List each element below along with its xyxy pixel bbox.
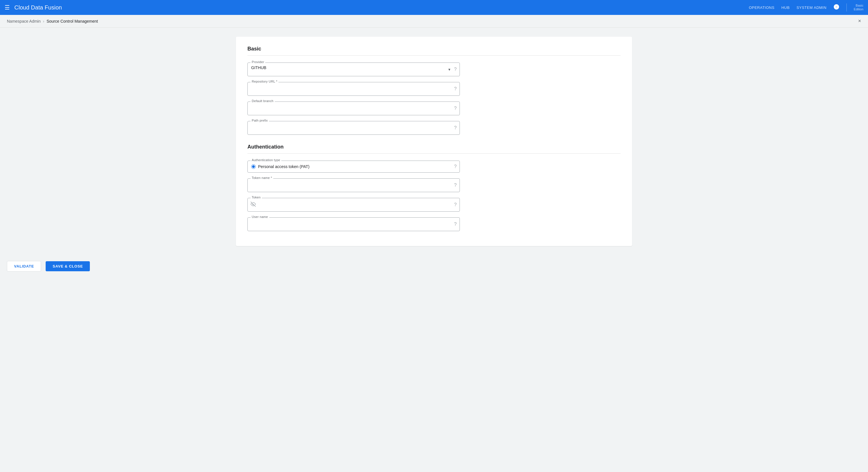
- repo-url-row: Repository URL * ?: [247, 82, 621, 96]
- token-name-help-icon[interactable]: ?: [454, 183, 457, 188]
- breadcrumb: Namespace Admin › Source Control Managem…: [7, 19, 98, 24]
- eye-slash-icon[interactable]: [251, 202, 256, 208]
- provider-select[interactable]: GITHUB GITLAB BITBUCKET: [251, 65, 448, 70]
- auth-type-row: Authentication type Personal access toke…: [247, 161, 621, 173]
- menu-icon[interactable]: ☰: [5, 4, 10, 11]
- repo-url-input[interactable]: [251, 85, 448, 90]
- basic-section-title: Basic: [247, 46, 621, 52]
- nav-divider: [846, 3, 847, 11]
- app-title: Cloud Data Fusion: [14, 4, 749, 11]
- basic-divider: [247, 55, 621, 56]
- topnav-right: OPERATIONS HUB SYSTEM ADMIN Basic Editio…: [749, 3, 863, 11]
- top-navigation: ☰ Cloud Data Fusion OPERATIONS HUB SYSTE…: [0, 0, 868, 15]
- dropdown-icon: ▾: [448, 67, 451, 72]
- provider-help-icon[interactable]: ?: [454, 67, 457, 72]
- pat-label[interactable]: Personal access token (PAT): [258, 164, 309, 169]
- user-name-help-icon[interactable]: ?: [454, 222, 457, 227]
- bottom-actions: VALIDATE SAVE & CLOSE: [0, 255, 868, 277]
- repo-url-help-icon[interactable]: ?: [454, 86, 457, 92]
- provider-row: Provider GITHUB GITLAB BITBUCKET ▾ ?: [247, 63, 621, 76]
- provider-field: Provider GITHUB GITLAB BITBUCKET ▾ ?: [247, 63, 460, 76]
- auth-section-title: Authentication: [247, 144, 621, 150]
- path-prefix-help-icon[interactable]: ?: [454, 125, 457, 131]
- path-prefix-label: Path prefix: [251, 119, 269, 122]
- default-branch-label: Default branch: [251, 99, 275, 103]
- auth-type-field: Authentication type Personal access toke…: [247, 161, 460, 173]
- breadcrumb-separator: ›: [43, 19, 44, 24]
- breadcrumb-parent[interactable]: Namespace Admin: [7, 19, 41, 24]
- auth-type-label: Authentication type: [251, 158, 281, 162]
- user-name-row: User name ?: [247, 217, 621, 231]
- authentication-section: Authentication Authentication type Perso…: [247, 144, 621, 231]
- close-icon[interactable]: ×: [858, 18, 861, 24]
- user-name-field: User name ?: [247, 217, 460, 231]
- settings-icon[interactable]: [833, 4, 840, 11]
- token-name-input[interactable]: [251, 181, 448, 186]
- path-prefix-field: Path prefix ?: [247, 121, 460, 135]
- auth-type-radio-row: Personal access token (PAT): [251, 164, 448, 169]
- default-branch-input[interactable]: [251, 104, 448, 109]
- user-name-input[interactable]: [251, 220, 448, 225]
- token-name-row: Token name * ?: [247, 178, 621, 192]
- default-branch-field: Default branch ?: [247, 102, 460, 115]
- token-name-label: Token name *: [251, 176, 273, 179]
- save-close-button[interactable]: SAVE & CLOSE: [45, 261, 90, 271]
- main-content: Basic Provider GITHUB GITLAB BITBUCKET ▾…: [0, 28, 868, 255]
- repo-url-label: Repository URL *: [251, 80, 278, 83]
- token-row: Token ?: [247, 198, 621, 212]
- breadcrumb-current: Source Control Management: [46, 19, 98, 24]
- token-input[interactable]: [258, 201, 448, 205]
- edition-label: Basic Edition: [854, 4, 863, 11]
- form-card: Basic Provider GITHUB GITLAB BITBUCKET ▾…: [236, 37, 632, 246]
- default-branch-help-icon[interactable]: ?: [454, 106, 457, 111]
- repo-url-field: Repository URL * ?: [247, 82, 460, 96]
- token-label: Token: [251, 196, 262, 199]
- auth-type-help-icon[interactable]: ?: [454, 164, 457, 169]
- path-prefix-input[interactable]: [251, 124, 448, 129]
- default-branch-row: Default branch ?: [247, 102, 621, 115]
- token-help-icon[interactable]: ?: [454, 202, 457, 207]
- token-field: Token ?: [247, 198, 460, 212]
- auth-divider: [247, 154, 621, 154]
- pat-radio[interactable]: [251, 164, 256, 169]
- operations-link[interactable]: OPERATIONS: [749, 5, 774, 10]
- user-name-label: User name: [251, 215, 269, 218]
- token-name-field: Token name * ?: [247, 178, 460, 192]
- breadcrumb-bar: Namespace Admin › Source Control Managem…: [0, 15, 868, 28]
- hub-link[interactable]: HUB: [781, 5, 789, 10]
- system-admin-link[interactable]: SYSTEM ADMIN: [797, 5, 826, 10]
- validate-button[interactable]: VALIDATE: [7, 261, 41, 272]
- provider-label: Provider: [251, 60, 265, 64]
- path-prefix-row: Path prefix ?: [247, 121, 621, 135]
